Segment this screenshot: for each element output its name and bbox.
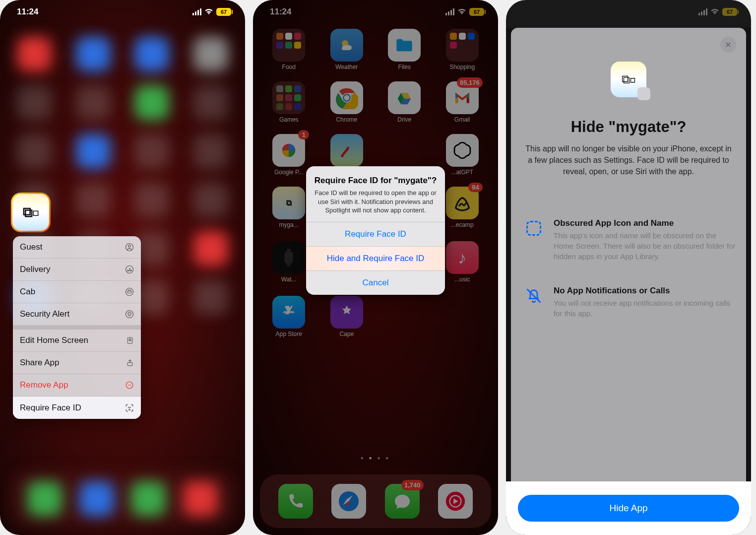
info-body: You will not receive app notifications o…: [554, 298, 737, 319]
svg-point-10: [130, 339, 131, 339]
status-bar: 11:24 67: [253, 0, 498, 24]
mygate-logo-glyph: ⧉▫: [622, 72, 635, 86]
wifi-icon: [457, 7, 466, 16]
alert-title: Require Face ID for "mygate"?: [313, 175, 438, 186]
moped-icon: [125, 265, 134, 274]
person-icon: [125, 243, 134, 252]
cellular-signal-icon: [192, 8, 201, 15]
info-row-obscured: Obscured App Icon and Name This app's ic…: [524, 218, 737, 262]
apps-grid-icon: [126, 336, 134, 344]
svg-point-2: [126, 266, 133, 273]
svg-point-15: [128, 407, 128, 407]
alert-btn-hide-and-require[interactable]: Hide and Require Face ID: [306, 246, 445, 270]
ctx-item-security-alert[interactable]: Security Alert: [13, 303, 141, 326]
svg-point-11: [129, 340, 129, 340]
screen-2-alert: Food Weather Files Shopping Games Chrome…: [253, 0, 498, 535]
cellular-signal-icon: [445, 8, 454, 15]
face-id-alert: Require Face ID for "mygate"? Face ID wi…: [306, 166, 445, 295]
ctx-item-require-face-id[interactable]: Require Face ID: [13, 397, 141, 419]
battery-indicator: 67: [722, 8, 737, 16]
info-body: This app's icon and name will be obscure…: [554, 230, 737, 262]
dashed-square-icon: [524, 218, 544, 238]
menu-separator: [13, 326, 141, 330]
ctx-label: Security Alert: [20, 309, 69, 319]
hide-app-button[interactable]: Hide App: [518, 495, 739, 522]
cellular-signal-icon: [698, 8, 707, 15]
bell-slash-icon: [524, 286, 544, 306]
app-icon-mygate[interactable]: ⧉▫: [11, 193, 51, 232]
ctx-label: Delivery: [20, 265, 50, 274]
ctx-label: Edit Home Screen: [20, 335, 88, 345]
info-row-notifications: No App Notifications or Calls You will n…: [524, 286, 737, 319]
ctx-label: Require Face ID: [20, 403, 81, 413]
svg-rect-6: [127, 291, 131, 293]
close-button[interactable]: [720, 37, 736, 53]
alert-btn-cancel[interactable]: Cancel: [306, 270, 445, 295]
ctx-label: Guest: [20, 242, 42, 252]
svg-rect-8: [127, 337, 132, 343]
info-title: Obscured App Icon and Name: [554, 218, 737, 228]
status-bar: 67: [506, 0, 751, 24]
svg-point-16: [130, 407, 131, 407]
svg-point-12: [130, 340, 131, 340]
shield-icon: [125, 310, 134, 319]
svg-point-1: [128, 245, 131, 248]
status-time: 11:24: [270, 7, 291, 17]
ctx-item-cab[interactable]: Cab: [13, 281, 141, 303]
battery-indicator: 67: [469, 8, 484, 16]
info-title: No App Notifications or Calls: [554, 286, 737, 296]
ctx-item-share-app[interactable]: Share App: [13, 352, 141, 374]
status-bar: 11:24 67: [0, 0, 245, 24]
ctx-label: Remove App: [20, 380, 68, 390]
wifi-icon: [710, 7, 719, 16]
ctx-label: Cab: [20, 287, 35, 297]
minus-circle-icon: [125, 381, 134, 390]
sheet-description: This app will no longer be visible on yo…: [523, 143, 734, 178]
app-icon-mygate: ⧉▫: [611, 62, 646, 97]
ctx-label: Share App: [20, 358, 59, 368]
car-icon: [125, 287, 134, 296]
screen-1-context-menu: 11:24 67 ⧉▫ Guest Delivery Cab: [0, 0, 245, 535]
ctx-item-edit-home-screen[interactable]: Edit Home Screen: [13, 330, 141, 352]
bottom-action-bar: Hide App: [506, 481, 751, 535]
ctx-item-guest[interactable]: Guest: [13, 236, 141, 259]
lock-badge-icon: [637, 87, 650, 100]
battery-indicator: 67: [216, 8, 231, 16]
context-menu: Guest Delivery Cab Security Alert Edit H…: [13, 236, 141, 419]
share-icon: [126, 358, 134, 367]
sheet-title: Hide "mygate"?: [506, 118, 751, 136]
status-time: 11:24: [17, 7, 38, 17]
mygate-logo-glyph: ⧉▫: [23, 204, 39, 221]
alert-message: Face ID will be required to open the app…: [313, 189, 438, 215]
ctx-item-remove-app[interactable]: Remove App: [13, 374, 141, 397]
alert-btn-require-face-id[interactable]: Require Face ID: [306, 222, 445, 246]
svg-point-4: [130, 270, 131, 271]
svg-point-9: [129, 339, 129, 339]
svg-point-5: [126, 288, 133, 296]
ctx-item-delivery[interactable]: Delivery: [13, 259, 141, 281]
wifi-icon: [204, 7, 213, 16]
faceid-icon: [125, 403, 134, 412]
screen-3-hide-sheet: 67 ⧉▫ Hide "mygate"? This app will no lo…: [506, 0, 751, 535]
dim-overlay: [506, 28, 751, 535]
